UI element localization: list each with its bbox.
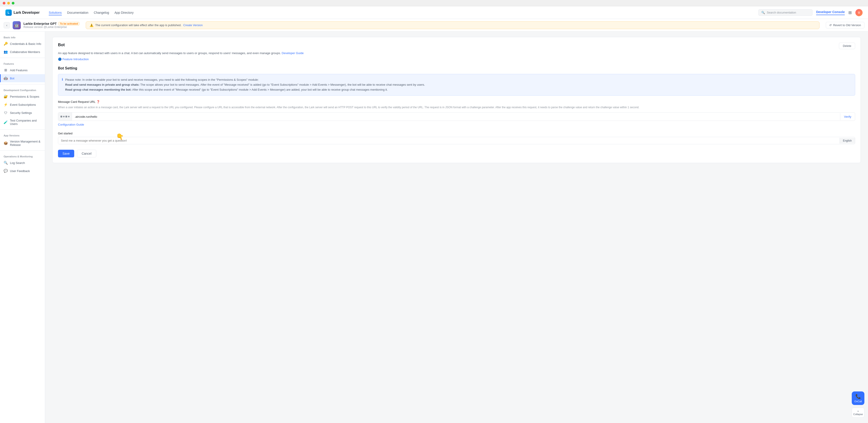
add-features-icon: ⊞: [4, 68, 8, 72]
divider-1: [0, 58, 45, 58]
revert-icon: ↺: [829, 24, 832, 27]
sidebar-item-label: User Feedback: [10, 169, 30, 173]
version-icon: 📦: [4, 141, 8, 145]
tl-maximize[interactable]: [12, 2, 14, 4]
url-dot-2: [63, 116, 64, 117]
sidebar-item-label: Add Features: [10, 69, 28, 72]
divider-3: [0, 129, 45, 130]
user-avatar[interactable]: U: [856, 9, 863, 16]
collapse-chevron-icon: »: [858, 410, 859, 413]
get-started-input[interactable]: [58, 137, 840, 144]
sidebar-item-events[interactable]: ⚡ Event Subscriptions: [0, 101, 45, 109]
permissions-icon: 🔐: [4, 95, 8, 99]
bot-icon: 🤖: [4, 76, 8, 80]
nav-changelog[interactable]: Changelog: [94, 10, 109, 15]
app-icon: 🤖: [12, 21, 21, 29]
apps-grid-icon[interactable]: ⊞: [848, 10, 852, 15]
activation-badge: To be activated: [58, 22, 80, 26]
feedback-icon: 💬: [4, 169, 8, 173]
sidebar-item-permissions[interactable]: 🔐 Permissions & Scopes: [0, 92, 45, 101]
back-button[interactable]: ‹: [4, 22, 10, 28]
url-input[interactable]: [72, 113, 840, 120]
url-dot-3: [65, 116, 67, 118]
get-started-row: English: [58, 137, 855, 144]
feature-intro-icon: 🔵: [58, 58, 62, 61]
create-version-button[interactable]: Create Version: [183, 24, 203, 27]
sidebar-section-ops: Operations & Monitoring: [0, 153, 45, 159]
sidebar-item-feedback[interactable]: 💬 User Feedback: [0, 167, 45, 175]
nav-solutions[interactable]: Solutions: [49, 10, 62, 15]
nav-documentation[interactable]: Documentation: [67, 10, 88, 15]
sidebar-item-add-features[interactable]: ⊞ Add Features: [0, 66, 45, 74]
verify-button[interactable]: Verify: [840, 113, 855, 120]
sidebar-item-label: Permissions & Scopes: [10, 95, 39, 98]
sidebar-item-security[interactable]: 🛡 Security Settings: [0, 109, 45, 117]
app-name-row: Larkie Enterprise GPT To be activated: [24, 22, 80, 26]
notice-text: The current configuration will take effe…: [95, 24, 181, 27]
sidebar-item-version-mgmt[interactable]: 📦 Version Management & Release: [0, 138, 45, 149]
log-icon: 🔍: [4, 161, 8, 165]
nav-right: 🔍 Search documentation Developer Console…: [758, 9, 863, 16]
revert-label: Revert to Old Version: [833, 24, 861, 27]
app-subtitle: Release version @Larkie Enterprise: [24, 26, 80, 29]
language-button[interactable]: English: [840, 138, 855, 143]
revert-button[interactable]: ↺ Revert to Old Version: [826, 22, 864, 28]
search-bar[interactable]: 🔍 Search documentation: [758, 9, 812, 16]
sidebar-item-credentials[interactable]: 🔑 Credentials & Basic Info: [0, 40, 45, 48]
logo: L Lark Developer: [5, 9, 41, 16]
sidebar-item-label: Version Management & Release: [10, 140, 41, 147]
collapse-button[interactable]: » Collapse: [852, 408, 864, 418]
url-field-desc: When a user initiates an action in a mes…: [58, 105, 855, 109]
config-guide-link[interactable]: Configuration Guide: [58, 123, 84, 126]
sidebar-item-label: Credentials & Basic Info: [10, 42, 41, 45]
top-nav: L Lark Developer Solutions Documentation…: [0, 6, 868, 19]
info-line2: Read group chat messages mentioning the …: [65, 87, 425, 92]
sidebar-item-members[interactable]: 👥 Collaborative Members: [0, 48, 45, 56]
sidebar-item-label: Security Settings: [10, 111, 32, 115]
oncall-button[interactable]: 📞 OnCall: [852, 391, 864, 405]
info-line1: Read and send messages in private and gr…: [65, 82, 425, 87]
developer-guide-link[interactable]: Developer Guide: [282, 52, 304, 55]
logo-text: Lark Developer: [13, 10, 40, 15]
tl-close[interactable]: [3, 2, 5, 4]
url-field-label: Message Card Request URL ❓: [58, 100, 855, 103]
info-box-content: Please note: In order to enable your bot…: [65, 77, 425, 92]
sub-header: ‹ 🤖 Larkie Enterprise GPT To be activate…: [0, 19, 868, 32]
sidebar-item-test[interactable]: 🧪 Test Companies and Users: [0, 117, 45, 128]
sidebar-item-label: Log Search: [10, 161, 25, 165]
app-icon-emoji: 🤖: [14, 23, 19, 28]
search-placeholder: Search documentation: [767, 11, 796, 14]
app-info: Larkie Enterprise GPT To be activated Re…: [24, 22, 80, 29]
main-layout: Basic info 🔑 Credentials & Basic Info 👥 …: [0, 32, 868, 423]
cancel-button[interactable]: Cancel: [77, 150, 96, 157]
info-header: Please note: In order to enable your bot…: [65, 77, 425, 82]
developer-console-link[interactable]: Developer Console: [816, 10, 845, 15]
sidebar-section-devconfig: Development Configuration: [0, 86, 45, 92]
url-dot-4: [68, 116, 69, 117]
url-help-icon[interactable]: ❓: [96, 100, 100, 103]
members-icon: 👥: [4, 50, 8, 54]
events-icon: ⚡: [4, 103, 8, 107]
sidebar-item-label: Collaborative Members: [10, 50, 40, 54]
notice-icon: ⚠️: [90, 24, 93, 27]
sidebar-item-bot[interactable]: 🤖 Bot: [0, 74, 45, 82]
oncall-icon: 📞: [856, 394, 861, 399]
sidebar-item-label: Test Companies and Users: [10, 119, 41, 126]
url-dot-1: [60, 116, 62, 118]
notice-bar: ⚠️ The current configuration will take e…: [86, 22, 819, 29]
action-row: Save Cancel: [58, 150, 855, 157]
feature-intro-link[interactable]: 🔵 Feature Introduction: [58, 58, 855, 61]
tl-minimize[interactable]: [7, 2, 10, 4]
info-box: ℹ Please note: In order to enable your b…: [58, 74, 855, 96]
bot-card: Bot Delete An app feature designed to in…: [52, 37, 861, 163]
delete-button[interactable]: Delete: [839, 43, 855, 49]
test-icon: 🧪: [4, 120, 8, 124]
sidebar-item-log-search[interactable]: 🔍 Log Search: [0, 159, 45, 167]
card-description: An app feature designed to interact with…: [58, 51, 855, 56]
security-icon: 🛡: [4, 111, 8, 115]
app-name-text: Larkie Enterprise GPT: [24, 22, 57, 26]
window-chrome: [0, 0, 868, 6]
nav-app-directory[interactable]: App Directory: [115, 10, 134, 15]
sidebar-section-basic: Basic info: [0, 33, 45, 40]
save-button[interactable]: Save: [58, 150, 74, 157]
